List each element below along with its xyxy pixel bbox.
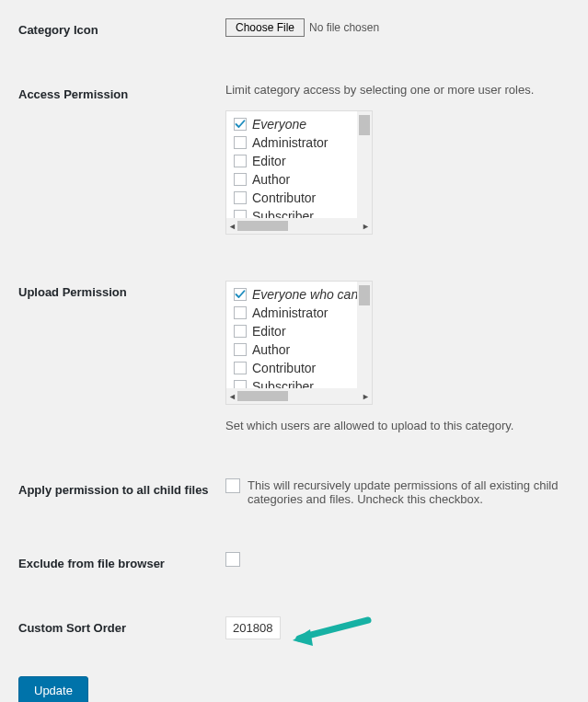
file-status-text: No file chosen [309, 21, 379, 34]
scrollbar-thumb[interactable] [359, 285, 370, 305]
role-item[interactable]: Everyone [234, 116, 372, 132]
role-item[interactable]: Administrator [234, 305, 372, 321]
category-icon-file-input[interactable]: Choose File No file chosen [225, 18, 570, 37]
role-label: Administrator [252, 305, 328, 320]
role-label: Subscriber [252, 379, 314, 388]
role-label: Subscriber [252, 209, 314, 218]
role-label: Author [252, 342, 290, 357]
role-item[interactable]: Subscriber [234, 378, 372, 388]
vertical-scrollbar[interactable] [357, 282, 372, 388]
role-item[interactable]: Editor [234, 323, 372, 339]
custom-sort-input[interactable] [225, 616, 281, 639]
access-permission-desc: Limit category access by selecting one o… [225, 83, 570, 97]
scrollbar-thumb[interactable] [237, 391, 288, 401]
role-checkbox[interactable] [234, 325, 247, 338]
role-checkbox[interactable] [234, 118, 247, 131]
scroll-left-icon[interactable]: ◄ [228, 392, 236, 401]
scroll-right-icon[interactable]: ► [362, 392, 370, 401]
access-permission-label: Access Permission [18, 87, 128, 101]
horizontal-scrollbar[interactable]: ◄ ► [226, 388, 372, 404]
role-checkbox[interactable] [234, 155, 247, 167]
upload-permission-desc: Set which users are allowed to upload to… [225, 419, 570, 432]
scroll-right-icon[interactable]: ► [362, 222, 370, 231]
role-checkbox[interactable] [234, 288, 247, 301]
role-item[interactable]: Contributor [234, 360, 372, 376]
role-item[interactable]: Subscriber [234, 208, 372, 218]
role-checkbox[interactable] [234, 343, 247, 356]
role-checkbox[interactable] [234, 210, 247, 218]
role-label: Editor [252, 324, 286, 339]
role-checkbox[interactable] [234, 380, 247, 388]
scroll-left-icon[interactable]: ◄ [228, 222, 236, 231]
role-checkbox[interactable] [234, 362, 247, 374]
horizontal-scrollbar[interactable]: ◄ ► [226, 218, 372, 234]
role-label: Contributor [252, 361, 316, 375]
role-label: Everyone who can [252, 287, 358, 302]
role-item[interactable]: Author [234, 341, 372, 358]
vertical-scrollbar[interactable] [357, 111, 372, 218]
category-icon-label: Category Icon [18, 23, 98, 37]
role-checkbox[interactable] [234, 191, 247, 204]
role-checkbox[interactable] [234, 306, 247, 319]
role-item[interactable]: Everyone who can [234, 286, 372, 303]
role-label: Everyone [252, 117, 306, 132]
apply-permission-text: This will recursively update permissions… [248, 478, 570, 506]
role-label: Contributor [252, 190, 316, 205]
role-checkbox[interactable] [234, 173, 247, 186]
choose-file-button[interactable]: Choose File [225, 18, 305, 37]
custom-sort-label: Custom Sort Order [18, 621, 126, 635]
role-item[interactable]: Contributor [234, 190, 372, 206]
role-item[interactable]: Editor [234, 153, 372, 169]
access-permission-rolebox[interactable]: EveryoneAdministratorEditorAuthorContrib… [225, 110, 373, 235]
upload-permission-label: Upload Permission [18, 285, 127, 299]
exclude-browser-checkbox[interactable] [225, 552, 240, 567]
scrollbar-thumb[interactable] [237, 221, 288, 231]
role-item[interactable]: Author [234, 171, 372, 188]
update-button[interactable]: Update [18, 676, 88, 702]
upload-permission-rolebox[interactable]: Everyone who canAdministratorEditorAutho… [225, 281, 373, 405]
apply-permission-checkbox[interactable] [225, 478, 240, 493]
scrollbar-thumb[interactable] [359, 115, 370, 135]
apply-permission-label: Apply permission to all child files [18, 483, 209, 497]
role-item[interactable]: Administrator [234, 134, 372, 151]
role-label: Author [252, 172, 290, 187]
role-label: Administrator [252, 135, 328, 150]
arrow-annotation-icon [290, 609, 373, 649]
exclude-browser-label: Exclude from file browser [18, 557, 165, 570]
role-checkbox[interactable] [234, 136, 247, 149]
role-label: Editor [252, 154, 286, 168]
